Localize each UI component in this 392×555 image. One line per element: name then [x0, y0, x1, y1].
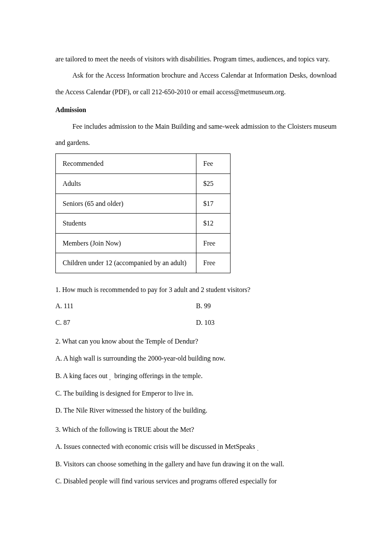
fee-value: $17 — [196, 194, 231, 214]
fee-value: Fee — [196, 154, 231, 174]
question-2-option-d: D. The Nile River witnessed the history … — [55, 402, 337, 419]
question-3-option-c: C. Disabled people will find various ser… — [55, 473, 337, 489]
question-2-stem: 2. What can you know about the Temple of… — [55, 333, 337, 350]
fee-label: Students — [56, 214, 196, 234]
question-1-option-c: C. 87 — [55, 315, 196, 331]
fee-label: Adults — [56, 173, 196, 194]
fee-value: $12 — [196, 214, 231, 234]
question-1-option-a: A. 111 — [55, 298, 196, 314]
fee-value: $25 — [196, 173, 231, 194]
fee-label: Children under 12 (accompanied by an adu… — [56, 253, 196, 273]
question-2-option-a: A. A high wall is surrounding the 2000-y… — [55, 350, 337, 367]
question-2-option-b-pre: B. A king faces out — [55, 372, 107, 379]
table-row: Members (Join Now) Free — [56, 233, 231, 253]
question-3-option-b: B. Visitors can choose something in the … — [55, 456, 337, 472]
subscript-period: ． — [255, 446, 260, 452]
fee-label: Seniors (65 and older) — [56, 194, 196, 214]
question-3-option-a-text: A. Issues connected with economic crisis… — [55, 443, 255, 450]
fee-value: Free — [196, 233, 231, 253]
question-1-option-b: B. 99 — [196, 298, 337, 314]
admission-description: Fee includes admission to the Main Build… — [55, 119, 337, 151]
fee-label: Recommended — [56, 154, 196, 174]
admission-heading: Admission — [55, 102, 337, 118]
paragraph-tailored: are tailored to meet the needs of visito… — [55, 51, 337, 67]
fee-label: Members (Join Now) — [56, 233, 196, 253]
fee-value: Free — [196, 253, 231, 273]
question-2-option-b: B. A king faces out， bringing offerings … — [55, 368, 337, 384]
question-1-stem: 1. How much is recommended to pay for 3 … — [55, 282, 337, 298]
table-row: Children under 12 (accompanied by an adu… — [56, 253, 231, 273]
question-2-option-b-post: bringing offerings in the temple. — [112, 372, 202, 379]
question-3-option-a: A. Issues connected with economic crisis… — [55, 439, 337, 455]
question-2-option-c: C. The building is designed for Emperor … — [55, 385, 337, 402]
admission-fee-table: Recommended Fee Adults $25 Seniors (65 a… — [55, 153, 231, 273]
question-1-option-d: D. 103 — [196, 315, 337, 331]
table-row: Seniors (65 and older) $17 — [56, 194, 231, 214]
table-row: Students $12 — [56, 214, 231, 234]
question-3-stem: 3. Which of the following is TRUE about … — [55, 422, 337, 438]
table-row: Recommended Fee — [56, 154, 231, 174]
paragraph-access-info: Ask for the Access Information brochure … — [55, 67, 337, 100]
subscript-comma: ， — [107, 375, 112, 381]
table-row: Adults $25 — [56, 173, 231, 194]
